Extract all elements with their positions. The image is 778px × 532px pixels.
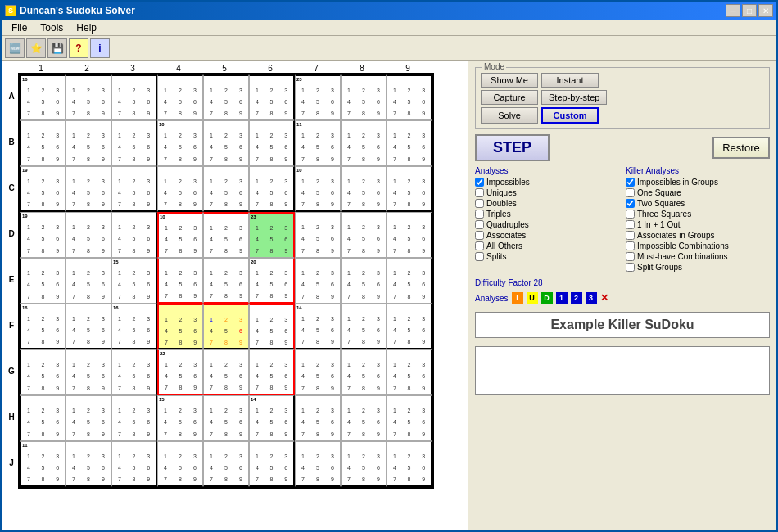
cell-0-3[interactable]: 123456789 [157, 74, 203, 120]
cell-0-1[interactable]: 123456789 [66, 74, 111, 120]
cell-0-6[interactable]: 23123456789 [295, 74, 341, 120]
open-button[interactable]: ⭐ [26, 38, 46, 58]
chk-split-groups-input[interactable] [626, 263, 635, 272]
cell-4-1[interactable]: 123456789 [66, 258, 111, 304]
cell-8-8[interactable]: 123456789 [387, 441, 432, 487]
cell-1-0[interactable]: 123456789 [20, 120, 66, 166]
menu-help[interactable]: Help [70, 20, 103, 35]
cell-4-7[interactable]: 123456789 [341, 258, 387, 304]
chk-assoc-groups-input[interactable] [626, 231, 635, 240]
cell-8-5[interactable]: 123456789 [249, 441, 295, 487]
cell-1-4[interactable]: 123456789 [203, 120, 249, 166]
cell-0-0[interactable]: 16123456789 [20, 74, 66, 120]
step-by-step-button[interactable]: Step-by-step [541, 90, 607, 105]
cell-0-5[interactable]: 123456789 [249, 74, 295, 120]
close-button[interactable]: ✕ [758, 4, 773, 17]
step-button[interactable]: STEP [475, 134, 550, 161]
show-me-button[interactable]: Show Me [481, 73, 538, 88]
cell-5-3[interactable]: 123456789 [157, 304, 203, 349]
cell-8-1[interactable]: 123456789 [66, 441, 111, 487]
cell-3-5[interactable]: 23123456789 [249, 212, 295, 258]
cell-1-6[interactable]: 11123456789 [295, 120, 341, 166]
cell-5-5[interactable]: 123456789 [249, 304, 295, 349]
cell-2-8[interactable]: 123456789 [387, 166, 432, 212]
chk-one-sq-input[interactable] [626, 188, 635, 197]
cell-0-8[interactable]: 123456789 [387, 74, 432, 120]
minimize-button[interactable]: ─ [726, 4, 740, 17]
cell-3-1[interactable]: 123456789 [66, 212, 111, 258]
cell-3-2[interactable]: 123456789 [111, 212, 157, 258]
chk-three-sq-input[interactable] [626, 210, 635, 219]
cell-5-6[interactable]: 14123456789 [295, 304, 341, 349]
cell-6-5[interactable]: 123456789 [249, 349, 295, 395]
cell-4-0[interactable]: 123456789 [20, 258, 66, 304]
cell-0-2[interactable]: 123456789 [111, 74, 157, 120]
chk-must-comb-input[interactable] [626, 252, 635, 261]
instant-button[interactable]: Instant [541, 73, 599, 88]
cell-7-0[interactable]: 123456789 [20, 395, 66, 441]
chk-allothers-input[interactable] [475, 241, 484, 250]
cell-5-8[interactable]: 123456789 [387, 304, 432, 349]
restore-button[interactable]: Restore [712, 137, 770, 159]
new-button[interactable]: 🆕 [5, 38, 25, 58]
cell-7-4[interactable]: 123456789 [203, 395, 249, 441]
cell-6-0[interactable]: 123456789 [20, 349, 66, 395]
cell-1-1[interactable]: 123456789 [66, 120, 111, 166]
chk-triples-input[interactable] [475, 210, 484, 219]
cell-7-5[interactable]: 14123456789 [249, 395, 295, 441]
cell-5-1[interactable]: 123456789 [66, 304, 111, 349]
cell-4-5[interactable]: 20123456789 [249, 258, 295, 304]
cell-3-6[interactable]: 123456789 [295, 212, 341, 258]
cell-5-0[interactable]: 16123456789 [20, 304, 66, 349]
cell-6-3[interactable]: 22123456789 [157, 349, 203, 395]
chk-imp-comb-input[interactable] [626, 241, 635, 250]
chk-imp-groups-input[interactable] [626, 178, 635, 187]
cell-8-7[interactable]: 123456789 [341, 441, 387, 487]
cell-5-2[interactable]: 16123456789 [111, 304, 157, 349]
cell-3-7[interactable]: 123456789 [341, 212, 387, 258]
cell-4-8[interactable]: 123456789 [387, 258, 432, 304]
sudoku-grid[interactable]: 1612345678912345678912345678912345678912… [18, 73, 434, 489]
cell-3-3[interactable]: 10123456789 [157, 212, 203, 258]
cell-3-0[interactable]: 19123456789 [20, 212, 66, 258]
cell-2-1[interactable]: 123456789 [66, 166, 111, 212]
cell-5-7[interactable]: 123456789 [341, 304, 387, 349]
solve-button[interactable]: Solve [481, 107, 538, 124]
maximize-button[interactable]: □ [742, 4, 757, 17]
menu-tools[interactable]: Tools [34, 20, 70, 35]
cell-3-8[interactable]: 123456789 [387, 212, 432, 258]
cell-2-3[interactable]: 123456789 [157, 166, 203, 212]
save-button[interactable]: 💾 [47, 38, 67, 58]
chk-uniques-input[interactable] [475, 188, 484, 197]
cell-6-7[interactable]: 123456789 [341, 349, 387, 395]
cell-5-4[interactable]: 123456789 [203, 304, 249, 349]
chk-two-sq-input[interactable] [626, 199, 635, 208]
cell-2-4[interactable]: 123456789 [203, 166, 249, 212]
cell-1-7[interactable]: 123456789 [341, 120, 387, 166]
cell-1-8[interactable]: 123456789 [387, 120, 432, 166]
cell-6-6[interactable]: 123456789 [295, 349, 341, 395]
cell-8-2[interactable]: 123456789 [111, 441, 157, 487]
cell-2-2[interactable]: 123456789 [111, 166, 157, 212]
help-button[interactable]: ? [69, 38, 88, 58]
cell-8-0[interactable]: 11123456789 [20, 441, 66, 487]
cell-2-6[interactable]: 10123456789 [295, 166, 341, 212]
chk-impossibles-input[interactable] [475, 178, 484, 187]
cell-0-4[interactable]: 123456789 [203, 74, 249, 120]
cell-7-2[interactable]: 123456789 [111, 395, 157, 441]
chk-associates-input[interactable] [475, 231, 484, 240]
cell-4-3[interactable]: 123456789 [157, 258, 203, 304]
cell-6-4[interactable]: 123456789 [203, 349, 249, 395]
cell-7-6[interactable]: 123456789 [295, 395, 341, 441]
cell-4-2[interactable]: 15123456789 [111, 258, 157, 304]
cell-7-7[interactable]: 123456789 [341, 395, 387, 441]
cell-6-1[interactable]: 123456789 [66, 349, 111, 395]
cell-3-4[interactable]: 123456789 [203, 212, 249, 258]
cell-1-3[interactable]: 10123456789 [157, 120, 203, 166]
cell-2-5[interactable]: 123456789 [249, 166, 295, 212]
cell-2-0[interactable]: 19123456789 [20, 166, 66, 212]
cell-6-2[interactable]: 123456789 [111, 349, 157, 395]
chk-1in1out-input[interactable] [626, 220, 635, 229]
cell-0-7[interactable]: 123456789 [341, 74, 387, 120]
cell-7-1[interactable]: 123456789 [66, 395, 111, 441]
